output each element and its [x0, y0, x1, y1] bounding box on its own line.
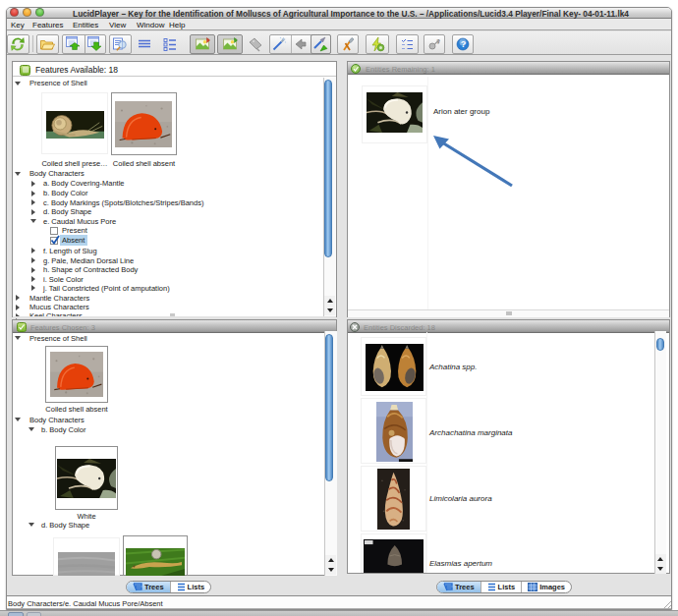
svg-text:?: ? [461, 39, 467, 49]
svg-text:?: ? [436, 38, 440, 45]
